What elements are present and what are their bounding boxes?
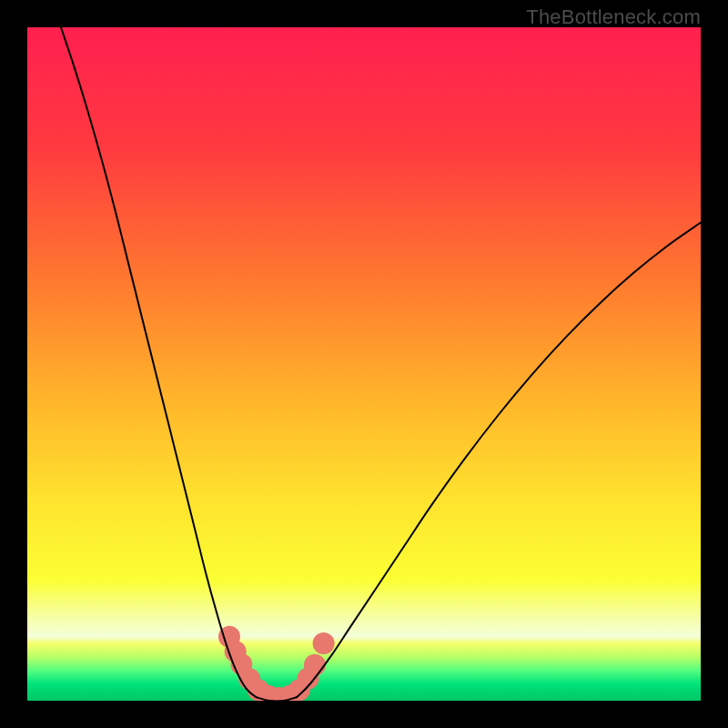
line-layer: [61, 27, 701, 701]
watermark-text: TheBottleneck.com: [526, 5, 701, 29]
marker-layer: [218, 626, 335, 701]
chart-frame: TheBottleneck.com: [0, 0, 728, 728]
curves-layer: [27, 27, 701, 701]
series-left-branch: [61, 27, 257, 697]
marker-dot: [313, 632, 335, 654]
marker-dot: [304, 654, 326, 676]
plot-area: [27, 27, 701, 701]
series-right-branch: [297, 223, 701, 698]
